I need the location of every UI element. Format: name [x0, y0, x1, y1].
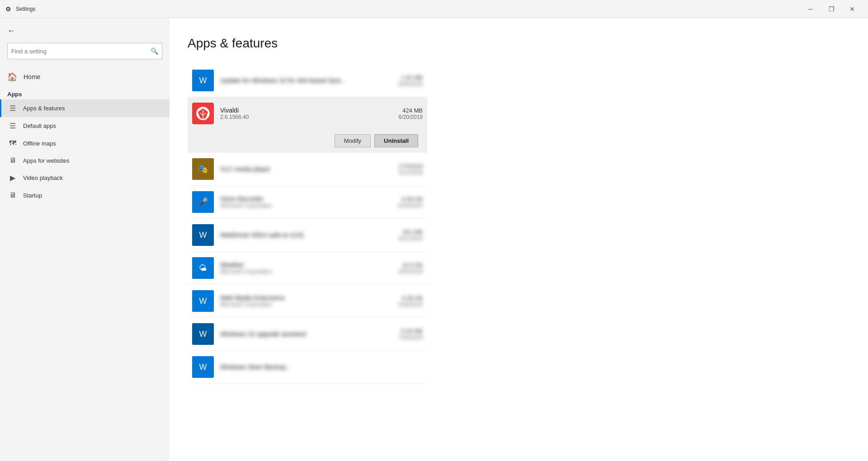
nav-icon-default-apps: ☰: [9, 122, 17, 130]
app-date-vivaldi: 6/20/2019: [399, 114, 423, 120]
nav-label-apps-websites: Apps for websites: [23, 157, 70, 164]
app-item-win-store-backup[interactable]: W Windows Store Backup...: [188, 351, 427, 384]
app-info-update-win: Update for Windows 10 for x64-based Syst…: [220, 77, 399, 84]
app-date-web-media-extensions: 6/26/2019: [399, 301, 423, 308]
app-meta-vivaldi: 424 MB 6/20/2019: [399, 107, 423, 120]
app-item-web-media-extensions[interactable]: W Web Media Extensions Microsoft Corpora…: [188, 285, 427, 318]
app-item-weather[interactable]: 🌤 Weather Microsoft Corporation 16.0 KB …: [188, 252, 427, 285]
app-date-vlc: 3/14/2019: [398, 169, 423, 176]
app-size-voice-recorder: 6.08 KB: [399, 196, 423, 202]
app-info-win10-upgrade: Windows 10 upgrade assistant: [220, 330, 399, 338]
app-info-voice-recorder: Voice Recorder Microsoft Corporation: [220, 195, 399, 209]
title-bar: ⚙ Settings ─ ❐ ✕: [0, 0, 868, 18]
app-info-win-store-backup: Windows Store Backup...: [220, 363, 423, 371]
minimize-button[interactable]: ─: [800, 2, 821, 16]
home-label: Home: [24, 73, 40, 80]
nav-items: ☰ Apps & features ☰ Default apps 🗺 Offli…: [0, 99, 170, 204]
app-sub-web-media-extensions: Microsoft Corporation: [220, 301, 399, 308]
app-name-weather: Weather: [220, 261, 399, 268]
nav-icon-offline-maps: 🗺: [9, 139, 17, 147]
page-title: Apps & features: [188, 36, 845, 51]
app-list: W Update for Windows 10 for x64-based Sy…: [188, 64, 427, 384]
sidebar-item-home[interactable]: 🏠 Home: [0, 66, 170, 87]
settings-icon: ⚙: [5, 5, 11, 13]
window-title: Settings: [16, 6, 35, 12]
app-size-vivaldi: 424 MB: [399, 107, 423, 114]
app-item-win10-upgrade[interactable]: W Windows 10 upgrade assistant 5.08 MB 7…: [188, 318, 427, 351]
back-icon: ←: [7, 26, 15, 36]
app-info-webdriver: WebDriver MSUI add-on (US): [220, 231, 399, 239]
app-icon-weather: 🌤: [192, 257, 214, 279]
nav-label-default-apps: Default apps: [23, 122, 56, 129]
app-date-weather: 6/20/2019: [399, 268, 423, 275]
app-name-webdriver: WebDriver MSUI add-on (US): [220, 231, 399, 239]
section-label-apps: Apps: [0, 87, 170, 99]
app-icon-vivaldi: [192, 103, 214, 124]
app-date-update-win: 6/26/2019: [399, 81, 423, 87]
sidebar-item-apps-websites[interactable]: 🖥 Apps for websites: [0, 152, 170, 169]
app-meta-win10-upgrade: 5.08 MB 7/26/2019: [399, 328, 423, 341]
app-meta-web-media-extensions: 6.08 KB 6/26/2019: [399, 295, 423, 308]
window-controls: ─ ❐ ✕: [800, 2, 863, 16]
app-item-update-win[interactable]: W Update for Windows 10 for x64-based Sy…: [188, 64, 427, 97]
nav-icon-apps-features: ☰: [9, 104, 17, 113]
app-meta-update-win: 1.62 MB 6/26/2019: [399, 74, 423, 87]
main-content: Apps & features W Update for Windows 10 …: [170, 18, 868, 461]
nav-icon-video-playback: ▶: [9, 174, 17, 182]
app-size-webdriver: 401 MB: [399, 229, 423, 235]
sidebar-item-default-apps[interactable]: ☰ Default apps: [0, 117, 170, 135]
app-meta-vlc: 174/2019 3/14/2019: [398, 163, 423, 176]
nav-label-apps-features: Apps & features: [23, 105, 65, 112]
app-item-vivaldi[interactable]: Vivaldi 2.6.1566.40 424 MB 6/20/2019 Mod…: [188, 97, 427, 153]
app-info-weather: Weather Microsoft Corporation: [220, 261, 399, 275]
app-name-voice-recorder: Voice Recorder: [220, 195, 399, 202]
sidebar-item-startup[interactable]: 🖥 Startup: [0, 187, 170, 204]
app-expanded-footer-vivaldi: Modify Uninstall: [192, 129, 423, 153]
app-name-vivaldi: Vivaldi: [220, 107, 399, 114]
uninstall-button-vivaldi[interactable]: Uninstall: [374, 134, 418, 147]
app-info-web-media-extensions: Web Media Extensions Microsoft Corporati…: [220, 294, 399, 308]
app-name-web-media-extensions: Web Media Extensions: [220, 294, 399, 301]
app-info-vlc: VLC media player: [220, 165, 398, 173]
app-sub-weather: Microsoft Corporation: [220, 268, 399, 275]
app-item-webdriver[interactable]: W WebDriver MSUI add-on (US) 401 MB 6/21…: [188, 219, 427, 252]
search-icon: 🔍: [151, 47, 158, 55]
sidebar-item-offline-maps[interactable]: 🗺 Offline maps: [0, 135, 170, 152]
search-box: 🔍: [7, 43, 162, 59]
nav-icon-startup: 🖥: [9, 191, 17, 199]
app-name-win-store-backup: Windows Store Backup...: [220, 363, 423, 371]
app-item-voice-recorder[interactable]: 🎤 Voice Recorder Microsoft Corporation 6…: [188, 186, 427, 219]
close-button[interactable]: ✕: [842, 2, 863, 16]
nav-label-offline-maps: Offline maps: [23, 140, 56, 147]
app-size-web-media-extensions: 6.08 KB: [399, 295, 423, 301]
modify-button-vivaldi[interactable]: Modify: [335, 134, 371, 147]
nav-label-startup: Startup: [23, 192, 42, 199]
app-icon-update-win: W: [192, 70, 214, 91]
app-meta-webdriver: 401 MB 6/21/2019: [399, 229, 423, 242]
sidebar: ← 🔍 🏠 Home Apps ☰ Apps & features ☰ Defa…: [0, 18, 170, 461]
app-size-win10-upgrade: 5.08 MB: [399, 328, 423, 334]
app-icon-win10-upgrade: W: [192, 323, 214, 345]
app-icon-win-store-backup: W: [192, 356, 214, 378]
app-date-win10-upgrade: 7/26/2019: [399, 334, 423, 341]
sidebar-item-apps-features[interactable]: ☰ Apps & features: [0, 99, 170, 117]
maximize-button[interactable]: ❐: [821, 2, 842, 16]
app-name-win10-upgrade: Windows 10 upgrade assistant: [220, 330, 399, 338]
app-icon-vlc: 🎭: [192, 158, 214, 180]
home-icon: 🏠: [7, 72, 17, 82]
app-date-webdriver: 6/21/2019: [399, 235, 423, 242]
app-name-vlc: VLC media player: [220, 165, 398, 173]
app-date-voice-recorder: 6/20/2019: [399, 202, 423, 209]
app-item-vlc[interactable]: 🎭 VLC media player 174/2019 3/14/2019: [188, 153, 427, 186]
app-version-vivaldi: 2.6.1566.40: [220, 114, 399, 120]
back-button[interactable]: ←: [0, 23, 170, 39]
app-meta-voice-recorder: 6.08 KB 6/20/2019: [399, 196, 423, 209]
app-sub-voice-recorder: Microsoft Corporation: [220, 202, 399, 209]
app-icon-webdriver: W: [192, 224, 214, 246]
app-name-update-win: Update for Windows 10 for x64-based Syst…: [220, 77, 399, 84]
app-size-weather: 16.0 KB: [399, 262, 423, 268]
search-input[interactable]: [11, 48, 151, 55]
sidebar-item-video-playback[interactable]: ▶ Video playback: [0, 169, 170, 187]
app-meta-weather: 16.0 KB 6/20/2019: [399, 262, 423, 275]
app-icon-web-media-extensions: W: [192, 290, 214, 312]
